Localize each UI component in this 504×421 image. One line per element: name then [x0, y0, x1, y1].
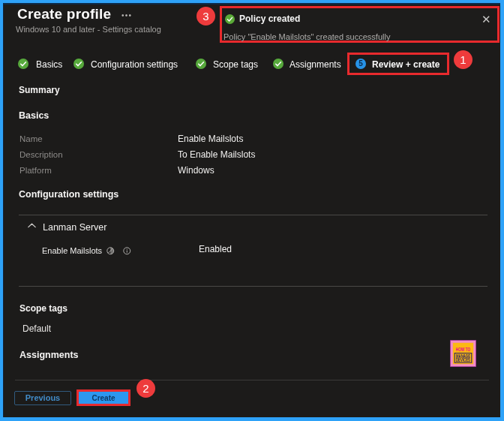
svg-text:DEVICES: DEVICES [456, 357, 470, 362]
svg-text:HOW TO: HOW TO [456, 346, 471, 353]
